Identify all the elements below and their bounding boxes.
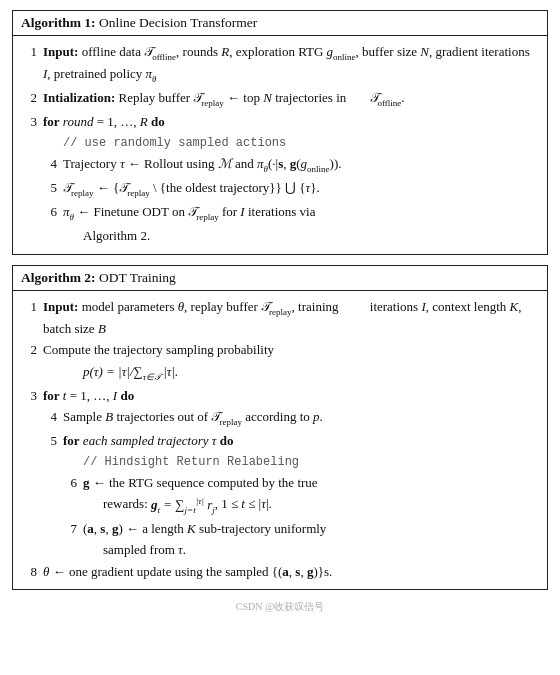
algo1-linenum6cont [61,226,77,246]
algo1-linenum2: 2 [21,88,37,110]
algo2-line7: 7 (a, s, g) ← a length K sub-trajectory … [61,519,539,539]
algo1-content4: Trajectory τ ← Rollout using ℳ and πθ(·|… [63,154,539,176]
algo1-line3: 3 for round = 1, …, R do [21,112,539,132]
algo2-linenum7: 7 [61,519,77,539]
algo2-rewardsnum [81,494,97,516]
algo2-content1: Input: model parameters θ, replay buffer… [43,297,539,339]
algo2-content2: Compute the trajectory sampling probabil… [43,340,539,360]
algo2-header: Algorithm 2: ODT Training [13,266,547,291]
algo1-title: Online Decision Transformer [99,15,257,30]
algo1-content6cont: Algorithm 2. [83,226,539,246]
algo2-content3: for t = 1, …, I do [43,386,539,406]
algo2-content6: g ← the RTG sequence computed by the tru… [83,473,539,493]
algo1-content5: 𝒯replay ← {𝒯replay \ {the oldest traject… [63,178,539,200]
algo1-linenum4: 4 [41,154,57,176]
algo1-content3: for round = 1, …, R do [43,112,539,132]
algo2-line8: 8 θ ← one gradient update using the samp… [21,562,539,582]
algo1-linenum3: 3 [21,112,37,132]
algo2-body: 1 Input: model parameters θ, replay buff… [13,291,547,590]
algo1-content6: πθ ← Finetune ODT on 𝒯replay for I itera… [63,202,539,224]
algo1-content1: Input: offline data 𝒯offline, rounds R, … [43,42,539,86]
algo1-linenum1: 1 [21,42,37,86]
algo2-sampled-text: sampled from τ. [103,540,539,560]
algo2-line4: 4 Sample B trajectories out of 𝒯replay a… [41,407,539,429]
algo2-linenum8: 8 [21,562,37,582]
algo1-line5: 5 𝒯replay ← {𝒯replay \ {the oldest traje… [41,178,539,200]
algo2-samplednum [81,540,97,560]
algo1-line4: 4 Trajectory τ ← Rollout using ℳ and πθ(… [41,154,539,176]
algo2-math-prob: p(τ) = |τ|/∑τ∈𝒯 |τ|. [61,362,539,384]
algo1-line6cont: Algorithm 2. [61,226,539,246]
algo1-header: Algorithm 1: Online Decision Transformer [13,11,547,36]
algo1-comment-text: // use randomly sampled actions [63,134,539,152]
algo2-num: Algorithm 2: [21,270,96,285]
watermark: CSDN @收获叹信号 [12,600,548,614]
algo2-linenum2: 2 [21,340,37,360]
algo1-num: Algorithm 1: [21,15,96,30]
algo1-body: 1 Input: offline data 𝒯offline, rounds R… [13,36,547,254]
algo1-label1: Input: [43,44,78,59]
algo2-linenum5: 5 [41,431,57,451]
algo2-sampled: sampled from τ. [81,540,539,560]
algo2-content4: Sample B trajectories out of 𝒯replay acc… [63,407,539,429]
algo1-line6: 6 πθ ← Finetune ODT on 𝒯replay for I ite… [41,202,539,224]
algo2-linenum1: 1 [21,297,37,339]
algo2-hindsight-text: // Hindsight Return Relabeling [83,453,539,471]
algo2-rewards-text: rewards: gt = ∑j=t|τ| rj, 1 ≤ t ≤ |τ|. [103,494,539,516]
algo2-linenum6: 6 [61,473,77,493]
algo2-mathprob-text: p(τ) = |τ|/∑τ∈𝒯 |τ|. [83,362,539,384]
algo2-hindsightnum [61,453,77,471]
algorithm1-box: Algorithm 1: Online Decision Transformer… [12,10,548,255]
algo1-content2: Intialization: Replay buffer 𝒯replay ← t… [43,88,539,110]
algorithm2-box: Algorithm 2: ODT Training 1 Input: model… [12,265,548,591]
algo2-line1: 1 Input: model parameters θ, replay buff… [21,297,539,339]
algo2-line6: 6 g ← the RTG sequence computed by the t… [61,473,539,493]
algo1-line2: 2 Intialization: Replay buffer 𝒯replay ←… [21,88,539,110]
algo1-linenum6: 6 [41,202,57,224]
algo2-hindsight-comment: // Hindsight Return Relabeling [61,453,539,471]
algo2-content8: θ ← one gradient update using the sample… [43,562,539,582]
algo1-comment: // use randomly sampled actions [41,134,539,152]
algo2-content5: for each sampled trajectory τ do [63,431,539,451]
algo2-line5: 5 for each sampled trajectory τ do [41,431,539,451]
algo1-label2: Intialization: [43,90,115,105]
algo2-linenum3: 3 [21,386,37,406]
algo1-line1: 1 Input: offline data 𝒯offline, rounds R… [21,42,539,86]
algo2-linenum4: 4 [41,407,57,429]
algo2-line2: 2 Compute the trajectory sampling probab… [21,340,539,360]
algo2-label1: Input: [43,299,78,314]
algo2-line3: 3 for t = 1, …, I do [21,386,539,406]
algo1-commentnum [41,134,57,152]
algo2-content7: (a, s, g) ← a length K sub-trajectory un… [83,519,539,539]
algo2-title: ODT Training [99,270,176,285]
algo1-linenum5: 5 [41,178,57,200]
algo2-mathnumprob [61,362,77,384]
algo2-rewards: rewards: gt = ∑j=t|τ| rj, 1 ≤ t ≤ |τ|. [81,494,539,516]
